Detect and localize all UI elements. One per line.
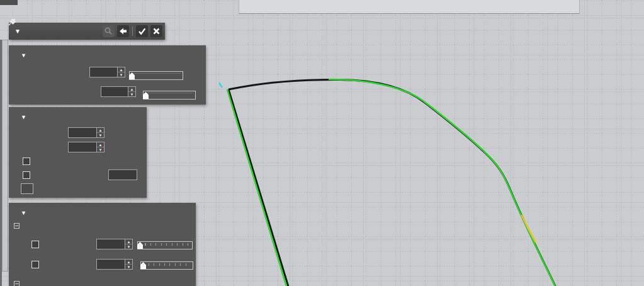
panel-corner-fragment — [0, 0, 18, 5]
over-tol-checkbox[interactable]: ✓ — [31, 241, 39, 248]
application-window: ▼ ▼ ▲▼ ▲▼ — [0, 0, 644, 286]
under-tol-checkbox[interactable]: ✓ — [31, 261, 39, 268]
display-option-title[interactable]: ▼ — [21, 50, 30, 59]
local-average-tagging-group: ▼ – ✓ ▲▼ ✓ ▲▼ – — [9, 203, 196, 286]
max-range-input[interactable] — [68, 127, 96, 138]
back-arrow-button[interactable] — [117, 25, 129, 37]
under-tol-spinner[interactable]: ▲▼ — [125, 259, 133, 270]
over-tol-input[interactable] — [96, 239, 125, 249]
over-tol-spinner[interactable]: ▲▼ — [125, 239, 133, 249]
dock-handle[interactable] — [2, 40, 8, 272]
whisker-multiplier-field: ▲▼ — [89, 67, 125, 77]
collapse-triangle[interactable]: ▼ — [14, 28, 21, 35]
display-option-group: ▼ ▲▼ ▲▼ — [9, 45, 206, 105]
automatic-expander[interactable]: – — [14, 223, 20, 229]
whisker-multiplier-spinner[interactable]: ▲▼ — [117, 67, 125, 77]
over-tol-field: ▲▼ — [96, 239, 133, 249]
use-specific-tolerance-checkbox[interactable]: ✓ — [23, 171, 30, 179]
header-separator — [132, 26, 133, 36]
color-bar-option-title[interactable]: ▼ — [21, 112, 30, 121]
section-triangle[interactable]: ▼ — [21, 52, 26, 59]
section-triangle[interactable]: ▼ — [21, 210, 26, 216]
specific-tolerance-input[interactable] — [108, 169, 137, 180]
close-button[interactable] — [150, 25, 162, 37]
confirm-button[interactable] — [136, 25, 148, 37]
whisker-display-ratio-spinner[interactable]: ▲▼ — [128, 86, 136, 97]
manual-expander[interactable]: – — [14, 281, 20, 286]
local-average-tagging-title[interactable]: ▼ — [21, 207, 30, 217]
min-range-input[interactable] — [68, 142, 96, 152]
specific-tolerance-field — [108, 169, 137, 180]
select-template-button[interactable] — [21, 183, 33, 194]
over-tol-slider[interactable] — [137, 241, 193, 249]
whisker-display-ratio-slider[interactable] — [143, 91, 196, 100]
min-range-field: ▲▼ — [68, 142, 105, 152]
whisker-display-ratio-input[interactable] — [101, 86, 128, 97]
section-triangle[interactable]: ▼ — [21, 114, 26, 120]
whisker-display-ratio-field: ▲▼ — [101, 86, 136, 97]
panel-2d-compare-header: ▼ — [9, 23, 165, 40]
color-bar-option-group: ▼ ▲▼ ▲▼ ✓ ✓ — [9, 107, 147, 198]
whisker-multiplier-slider[interactable] — [129, 71, 183, 80]
show-tolerance-color-checkbox[interactable]: ✓ — [23, 157, 30, 165]
zoom-preview-button — [103, 25, 115, 37]
max-range-spinner[interactable]: ▲▼ — [96, 127, 105, 138]
selection-toolbar — [239, 0, 580, 14]
whisker-multiplier-input[interactable] — [89, 67, 117, 77]
under-tol-field: ▲▼ — [96, 259, 133, 270]
min-range-spinner[interactable]: ▲▼ — [96, 142, 105, 152]
max-range-field: ▲▼ — [68, 127, 105, 138]
under-tol-slider[interactable] — [140, 261, 193, 270]
pin-icon[interactable] — [8, 18, 16, 26]
under-tol-input[interactable] — [96, 259, 125, 270]
